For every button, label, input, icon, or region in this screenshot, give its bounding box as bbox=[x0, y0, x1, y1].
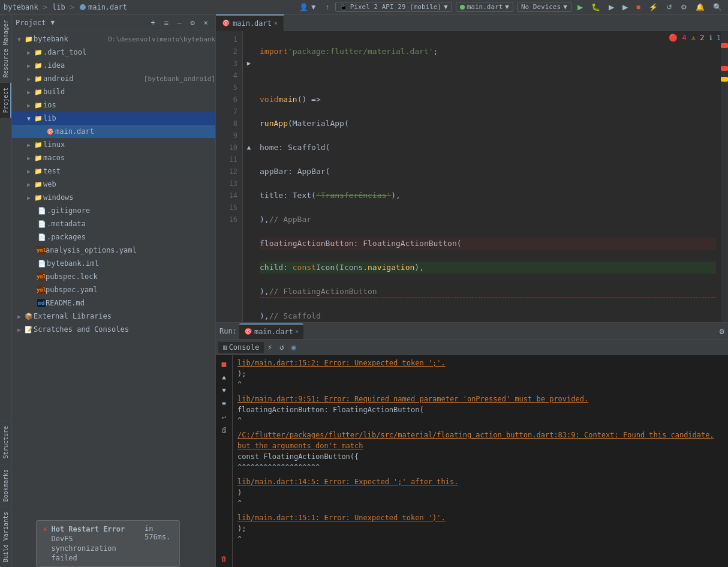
idea-label: .idea bbox=[43, 61, 215, 70]
macos-arrow: ▶ bbox=[24, 155, 34, 161]
tree-windows[interactable]: ▶ 📁 windows bbox=[12, 191, 215, 204]
error-link-1[interactable]: lib/main.dart:15:2: Error: Unexpected to… bbox=[237, 359, 446, 367]
run-tab[interactable]: 🎯 main.dart × bbox=[239, 323, 303, 339]
hot-reload-icon: ⚡ bbox=[267, 343, 272, 352]
no-devices-dropdown: ▼ bbox=[563, 3, 567, 11]
debug-button[interactable]: 🐛 bbox=[589, 2, 603, 13]
tree-web[interactable]: ▶ 📁 web bbox=[12, 178, 215, 191]
ios-arrow: ▶ bbox=[24, 102, 34, 109]
print-button[interactable]: 🖨 bbox=[218, 424, 230, 436]
output-line-12: ^ bbox=[237, 498, 723, 509]
collapse-all-icon[interactable]: — bbox=[173, 17, 185, 29]
tree-lib[interactable]: ▼ 📁 lib bbox=[12, 112, 215, 125]
gitignore-label: .gitignore bbox=[47, 206, 215, 215]
toast-error-icon: ⚡ bbox=[43, 524, 47, 534]
clear-button[interactable]: 🗑 bbox=[218, 553, 230, 565]
run-button[interactable]: ▶ bbox=[575, 2, 585, 13]
stop-run-button[interactable]: ■ bbox=[218, 358, 230, 370]
add-icon[interactable]: + bbox=[147, 17, 159, 29]
tree-test[interactable]: ▶ 📁 test bbox=[12, 164, 215, 178]
error-link-3[interactable]: /C:/flutter/packages/flutter/lib/src/mat… bbox=[237, 431, 714, 450]
run-tab-close[interactable]: × bbox=[295, 328, 299, 335]
lib-breadcrumb[interactable]: lib bbox=[52, 3, 65, 11]
bookmarks-tab[interactable]: Bookmarks bbox=[0, 464, 11, 506]
wrap-button[interactable]: ↵ bbox=[218, 410, 230, 422]
tab-close-icon[interactable]: × bbox=[274, 20, 278, 26]
file-breadcrumb: main.dart bbox=[79, 3, 127, 11]
settings-button[interactable]: ⚙ bbox=[678, 2, 690, 13]
tree-ios[interactable]: ▶ 📁 ios bbox=[12, 98, 215, 112]
windows-label: windows bbox=[43, 193, 215, 202]
macos-label: macos bbox=[43, 154, 215, 162]
scroll-down-button[interactable]: ▼ bbox=[218, 384, 230, 396]
vcs-button[interactable]: ↑ bbox=[323, 2, 332, 13]
expand-all-icon[interactable]: ≡ bbox=[160, 17, 172, 29]
project-dropdown-icon[interactable]: ▼ bbox=[51, 19, 55, 26]
main-dart-tab[interactable]: 🎯 main.dart × bbox=[216, 14, 284, 31]
project-panel: Project ▼ + ≡ — ⚙ × ▼ 📁 bytebank bbox=[12, 14, 216, 567]
tree-main-dart[interactable]: 🎯 main.dart bbox=[12, 125, 215, 138]
notifications-button[interactable]: 🔔 bbox=[693, 2, 707, 13]
tree-ext-libraries[interactable]: ▶ 📦 External Libraries bbox=[12, 310, 215, 323]
tree-android[interactable]: ▶ 📁 android [bytebank_android] bbox=[12, 72, 215, 85]
tree-linux[interactable]: ▶ 📁 linux bbox=[12, 138, 215, 151]
error-marker-1 bbox=[721, 43, 728, 48]
hot-restart-button[interactable]: ↺ bbox=[664, 2, 675, 13]
run-tab-icon: 🎯 bbox=[244, 328, 252, 335]
run-content: ■ ▲ ▼ ≡ ↵ 🖨 🗑 lib/main.dart:15:2: Error:… bbox=[216, 355, 728, 567]
device-selector[interactable]: 📱 Pixel 2 API 29 (mobile) ▼ bbox=[335, 2, 452, 12]
tree-dart-tool[interactable]: ▶ 📁 .dart_tool bbox=[12, 46, 215, 59]
profile-button[interactable]: ▶ bbox=[620, 2, 630, 13]
tree-build[interactable]: ▶ 📁 build bbox=[12, 85, 215, 98]
project-tab[interactable]: Project bbox=[0, 82, 11, 118]
coverage-button[interactable]: ▶ bbox=[606, 2, 616, 13]
readme-icon: md bbox=[37, 299, 46, 307]
tree-idea[interactable]: ▶ 📁 .idea bbox=[12, 59, 215, 72]
filter-button[interactable]: ≡ bbox=[218, 397, 230, 409]
run-settings-icon[interactable]: ⚙ bbox=[720, 326, 724, 336]
error-link-4[interactable]: lib/main.dart:14:5: Error: Expected ';' … bbox=[237, 478, 458, 486]
tree-packages[interactable]: 📄 .packages bbox=[12, 230, 215, 244]
structure-tab[interactable]: Structure bbox=[0, 421, 11, 463]
panel-settings-icon[interactable]: ⚙ bbox=[186, 17, 198, 29]
android-folder-icon: 📁 bbox=[34, 74, 43, 83]
tree-macos[interactable]: ▶ 📁 macos bbox=[12, 151, 215, 164]
no-devices-button[interactable]: No Devices ▼ bbox=[517, 2, 571, 12]
build-variants-tab[interactable]: Build Variants bbox=[0, 506, 11, 567]
tree-analysis[interactable]: yml analysis_options.yaml bbox=[12, 244, 215, 257]
panel-close-icon[interactable]: × bbox=[200, 17, 212, 29]
hot-reload-button[interactable]: ⚡ bbox=[646, 2, 660, 13]
stop-button[interactable]: ■ bbox=[634, 2, 643, 13]
tree-gitignore[interactable]: 📄 .gitignore bbox=[12, 204, 215, 217]
error-link-2[interactable]: lib/main.dart:9:51: Error: Required name… bbox=[237, 395, 588, 403]
linux-folder-icon: 📁 bbox=[34, 140, 43, 149]
run-dropdown-icon: ▼ bbox=[505, 3, 509, 11]
restart-tab[interactable]: ↺ bbox=[276, 341, 288, 353]
tree-pubspec-lock[interactable]: yml pubspec.lock bbox=[12, 270, 215, 283]
tree-pubspec-yaml[interactable]: yml pubspec.yaml bbox=[12, 283, 215, 296]
output-line-1: lib/main.dart:15:2: Error: Unexpected to… bbox=[237, 358, 723, 368]
error-link-5[interactable]: lib/main.dart:15:1: Error: Unexpected to… bbox=[237, 514, 446, 522]
tree-root[interactable]: ▼ 📁 bytebank D:\desenvolvimento\bytebank bbox=[12, 32, 215, 46]
tree-bytebank-iml[interactable]: 📄 bytebank.iml bbox=[12, 257, 215, 270]
search-button[interactable]: 🔍 bbox=[711, 2, 724, 13]
tree-readme[interactable]: md README.md bbox=[12, 296, 215, 310]
test-label: test bbox=[43, 167, 215, 175]
tree-scratches[interactable]: ▶ 📝 Scratches and Consoles bbox=[12, 323, 215, 336]
scroll-up-button[interactable]: ▲ bbox=[218, 371, 230, 383]
hot-reload-tab[interactable]: ⚡ bbox=[264, 341, 276, 353]
account-button[interactable]: 👤 ▼ bbox=[297, 2, 320, 13]
code-line-4: runApp(MaterialApp( bbox=[260, 118, 716, 130]
resource-manager-tab[interactable]: Resource Manager bbox=[0, 14, 11, 82]
project-panel-label: Project bbox=[16, 19, 46, 27]
root-path: D:\desenvolvimento\bytebank bbox=[108, 35, 215, 43]
ext-icon: 📦 bbox=[24, 311, 34, 321]
console-tab[interactable]: ▥ Console bbox=[218, 342, 264, 353]
device-label: Pixel 2 API 29 (mobile) bbox=[350, 3, 441, 11]
flutter-tab[interactable]: ◉ bbox=[288, 341, 300, 353]
tree-metadata[interactable]: 📄 .metadata bbox=[12, 217, 215, 230]
run-file-selector[interactable]: main.dart ▼ bbox=[456, 2, 513, 12]
code-editor[interactable]: import 'package:flutter/material.dart'; … bbox=[255, 31, 721, 322]
info-count: ℹ 1 bbox=[709, 34, 721, 42]
macos-folder-icon: 📁 bbox=[34, 153, 43, 163]
